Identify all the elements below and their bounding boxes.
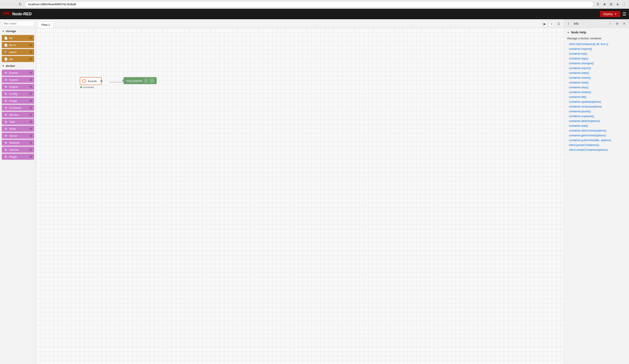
- node-swarm-label: Swarm: [9, 78, 18, 82]
- help-link[interactable]: client.createContainer(options): [569, 148, 608, 151]
- help-link[interactable]: container.restart(): [569, 91, 591, 94]
- node-network[interactable]: ⚙ Network: [2, 140, 34, 146]
- help-link[interactable]: container.putArchive(file, options): [569, 138, 611, 142]
- help-link[interactable]: container.resize(): [569, 76, 591, 79]
- help-link[interactable]: container.attach(options): [569, 119, 600, 122]
- debug-node-body[interactable]: msg.payload ☰: [124, 77, 157, 84]
- help-link[interactable]: container.inspect(): [569, 47, 592, 50]
- info-ctrl-btn[interactable]: i: [607, 20, 613, 27]
- node-container[interactable]: ⚙ Container: [2, 105, 34, 111]
- node-image-label: Image: [9, 99, 17, 103]
- deploy-button[interactable]: Deploy ▼: [600, 11, 621, 17]
- help-link[interactable]: container.logs(): [569, 57, 588, 60]
- help-link[interactable]: client.pruneContainers(): [569, 143, 599, 147]
- help-link[interactable]: container.changes(): [569, 62, 594, 65]
- task-icon: ⚙: [4, 120, 8, 124]
- address-bar[interactable]: localhost:1880/#flow/69f65762.fb3bd8: [25, 1, 594, 7]
- node-service[interactable]: ⚙ Service: [2, 112, 34, 118]
- file-icon: 📄: [4, 36, 8, 40]
- canvas-debug-node[interactable]: msg.payload ☰: [124, 77, 157, 84]
- reload-button[interactable]: ↻: [17, 2, 23, 7]
- menu-icon[interactable]: ⋮: [622, 2, 626, 6]
- hamburger-button[interactable]: ☰: [623, 11, 626, 17]
- help-link[interactable]: container.kill(): [569, 95, 586, 99]
- main-layout: ▼ storage 📄 file 📄 file in 🔍 watch: [0, 19, 629, 364]
- help-link[interactable]: container.stop(): [569, 86, 589, 89]
- bookmark-icon[interactable]: ★: [602, 2, 607, 6]
- debug-in-port: [122, 80, 124, 82]
- node-swarm[interactable]: ⚙ Swarm: [2, 77, 34, 83]
- group-docker-header[interactable]: ▼ docker: [0, 63, 36, 69]
- tab-flow1[interactable]: Flow 1: [38, 22, 54, 28]
- help-link[interactable]: client.listContainers({ all: true }): [569, 42, 608, 46]
- node-task[interactable]: ⚙ Task: [2, 119, 34, 125]
- node-container-label: Container: [9, 106, 21, 110]
- help-chevron-icon: ▼: [567, 31, 569, 34]
- profile-icon[interactable]: ●: [616, 2, 620, 6]
- help-link[interactable]: container.export(): [569, 66, 591, 70]
- node-config[interactable]: ⚙ Config: [2, 91, 34, 97]
- node-plugin[interactable]: ⚙ Plugin: [2, 154, 34, 160]
- node-watch-label: watch: [9, 50, 17, 54]
- help-link[interactable]: container.stats(): [569, 71, 589, 75]
- help-link[interactable]: container.wait(): [569, 124, 588, 127]
- help-link[interactable]: container.rename(options): [569, 105, 602, 108]
- settings-ctrl-btn[interactable]: ⚙: [614, 20, 620, 27]
- node-tail[interactable]: 📄 tail: [2, 56, 34, 62]
- swarm-port: [30, 79, 32, 81]
- node-node[interactable]: ⚙ Node: [2, 126, 34, 132]
- info-tab-icon[interactable]: i: [565, 20, 572, 27]
- help-link[interactable]: container.infoArchive(options): [569, 129, 606, 132]
- list-flows-button[interactable]: ☰: [556, 21, 562, 27]
- group-storage-header[interactable]: ▼ storage: [0, 28, 36, 34]
- node-secret[interactable]: ⚙ Secret: [2, 133, 34, 139]
- events-status-label: connected: [83, 86, 94, 89]
- node-tail-label: tail: [9, 57, 13, 61]
- extension-icon[interactable]: ⚙: [609, 2, 613, 6]
- canvas-grid[interactable]: Events connected msg.payload ☰: [36, 28, 563, 364]
- plugin-icon: ⚙: [4, 155, 8, 159]
- file-in-port: [30, 44, 32, 46]
- debug-list-icon[interactable]: ☰: [144, 79, 148, 83]
- help-link[interactable]: container.pause(): [569, 110, 591, 113]
- close-panel-btn[interactable]: ✕: [621, 20, 627, 27]
- forward-button[interactable]: →: [10, 2, 15, 7]
- add-tab-button[interactable]: +: [549, 21, 555, 27]
- help-link[interactable]: container.getArchive(options): [569, 134, 606, 137]
- nr-header: Node-RED Deploy ▼ ☰: [0, 9, 629, 19]
- node-service-label: Service: [9, 113, 18, 117]
- search-input[interactable]: [2, 21, 34, 26]
- run-button[interactable]: ▶: [542, 21, 548, 27]
- node-engine[interactable]: ⚙ Engine: [2, 84, 34, 90]
- svg-rect-3: [7, 12, 10, 13]
- help-link[interactable]: container.update(options): [569, 100, 601, 103]
- tab-bar: Flow 1 ▶ + ☰: [36, 19, 563, 28]
- search-icon[interactable]: ⚲: [596, 2, 600, 6]
- secret-icon: ⚙: [4, 134, 8, 138]
- node-file-in[interactable]: 📄 file in: [2, 42, 34, 48]
- events-node-body[interactable]: Events connected: [80, 77, 102, 85]
- node-watch[interactable]: 🔍 watch: [2, 49, 34, 55]
- chevron-docker-icon: ▼: [2, 65, 4, 67]
- node-config-label: Config: [9, 92, 17, 96]
- back-button[interactable]: ←: [3, 2, 8, 7]
- canvas-events-node[interactable]: Events connected: [80, 77, 102, 85]
- swarm-icon: ⚙: [4, 78, 8, 82]
- events-icon: ⚙: [4, 71, 8, 75]
- events-out-port: [100, 80, 103, 82]
- nr-header-right: Deploy ▼ ☰: [600, 11, 627, 17]
- engine-icon: ⚙: [4, 85, 8, 89]
- events-port: [30, 72, 32, 74]
- node-events[interactable]: ⚙ Events: [2, 70, 34, 76]
- help-link[interactable]: container.unpause(): [569, 115, 594, 118]
- node-image[interactable]: ⚙ Image: [2, 98, 34, 104]
- help-link[interactable]: container.start(): [569, 81, 589, 84]
- help-link[interactable]: container.top(): [569, 52, 587, 55]
- node-volume[interactable]: ⚙ Volume: [2, 147, 34, 153]
- help-description: Manage a docker container: [567, 37, 626, 40]
- debug-toggle[interactable]: [150, 78, 154, 83]
- sidebar-right: i info i ⚙ ✕ ▼ Node Help Manage a docker…: [563, 19, 629, 364]
- storage-nodes: 📄 file 📄 file in 🔍 watch 📄 tail: [0, 34, 36, 63]
- node-file[interactable]: 📄 file: [2, 35, 34, 41]
- browser-icons: ⚲ ★ ⚙ ● ⋮: [596, 2, 626, 6]
